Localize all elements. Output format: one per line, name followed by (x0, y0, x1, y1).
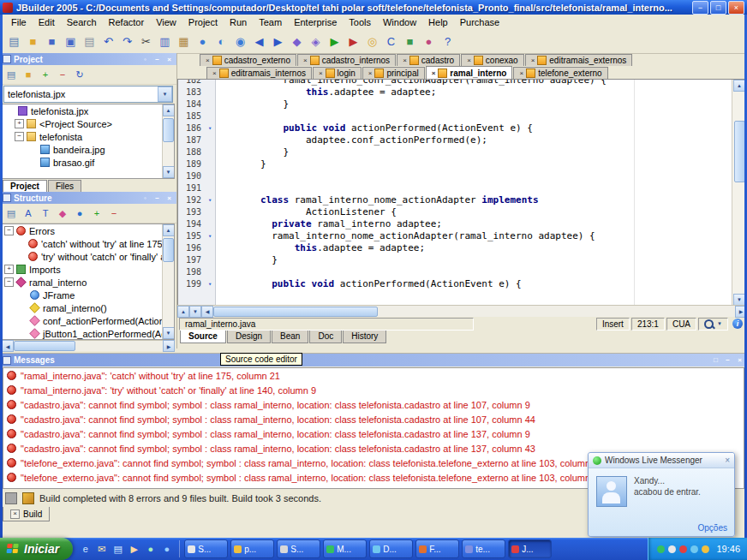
internet-explorer-icon[interactable]: e (79, 544, 92, 554)
fold-marker-icon[interactable] (205, 242, 215, 254)
build-error-row[interactable]: "cadastro.java": cannot find symbol; sym… (3, 412, 744, 426)
team-icon[interactable]: ● (420, 33, 438, 51)
project-tree-scrollbar[interactable]: ▲ ▼ (162, 104, 174, 178)
debug-icon[interactable]: ▶ (344, 33, 362, 51)
structure-tree-item[interactable]: conf_actionPerformed(ActionE... (3, 314, 174, 327)
tab-close-icon[interactable]: × (212, 69, 217, 77)
scroll-line-down-icon[interactable]: ▼ (189, 306, 201, 318)
tray-messenger-icon[interactable] (657, 545, 665, 553)
scroll-down-icon[interactable]: ▼ (733, 294, 745, 306)
msn-messenger-icon[interactable]: ● (144, 544, 157, 554)
scroll-thumb[interactable] (213, 307, 378, 317)
fold-marker-icon[interactable]: ▾ (205, 194, 215, 206)
scroll-down-icon[interactable]: ▼ (163, 327, 175, 339)
structure-close-icon[interactable]: × (164, 194, 174, 203)
structure-tree-item[interactable]: JFrame (3, 289, 174, 301)
scroll-up-icon[interactable]: ▲ (163, 224, 175, 236)
save-all-icon[interactable]: ▣ (62, 33, 80, 51)
build-tab-close-icon[interactable]: × (10, 509, 20, 519)
menu-item[interactable]: Run (224, 16, 253, 28)
media-player-icon[interactable]: ▶ (128, 544, 140, 555)
menu-item[interactable]: Team (253, 16, 288, 28)
info-icon[interactable]: i (732, 319, 743, 329)
menu-item[interactable]: Refactor (103, 16, 151, 28)
tree-expander-icon[interactable]: − (4, 226, 14, 235)
fold-marker-icon[interactable] (205, 86, 215, 98)
combo-dropdown-icon[interactable]: ▼ (158, 86, 172, 102)
add-files-icon[interactable]: + (38, 67, 53, 82)
tab-close-icon[interactable]: × (206, 57, 210, 64)
scroll-line-up-icon[interactable]: ▲ (177, 306, 189, 318)
project-panel-tab[interactable]: Files (48, 180, 81, 192)
editor-file-tab[interactable]: × telefone_externo (513, 67, 607, 79)
paste-icon[interactable]: ▦ (175, 33, 193, 51)
project-tree-item[interactable]: + <Project Source> (3, 117, 174, 130)
search-replace-icon[interactable]: ◐ (212, 33, 230, 51)
redo-icon[interactable]: ↷ (118, 33, 136, 51)
tab-close-icon[interactable]: × (531, 57, 535, 64)
restore-button[interactable]: □ (710, 1, 726, 15)
tab-close-icon[interactable]: × (403, 57, 407, 64)
build-error-row[interactable]: "cadastro.java": cannot find symbol; sym… (3, 426, 744, 441)
print-icon[interactable]: ▤ (81, 33, 99, 51)
enterprise-icon[interactable]: ■ (401, 33, 419, 51)
structure-pin-icon[interactable]: ◦ (140, 194, 150, 203)
taskbar-button-2[interactable]: p... (230, 539, 274, 558)
fold-marker-icon[interactable]: ▾ (205, 230, 215, 242)
fold-marker-icon[interactable] (205, 134, 215, 146)
tab-close-icon[interactable]: × (319, 69, 323, 77)
close-button[interactable]: × (728, 1, 744, 15)
scroll-thumb[interactable] (163, 118, 174, 142)
build-error-row[interactable]: "ramal_interno.java": 'catch' without 't… (3, 368, 744, 383)
back-icon[interactable]: ◀ (250, 33, 268, 51)
scroll-down-icon[interactable]: ▼ (163, 166, 175, 178)
structure-tree-item[interactable]: jButton1_actionPerformed(Acti... (3, 327, 174, 340)
menu-item[interactable]: View (150, 16, 182, 28)
editor-file-tab[interactable]: × ramal_interno (426, 66, 513, 79)
build-error-row[interactable]: "cadastro.java": cannot find symbol; sym… (3, 397, 744, 412)
tab-close-icon[interactable]: × (303, 57, 308, 64)
tab-close-icon[interactable]: × (432, 69, 436, 77)
scroll-thumb[interactable] (734, 121, 745, 182)
browser-icon[interactable]: ● (160, 544, 173, 554)
tree-expander-icon[interactable]: − (15, 132, 24, 141)
scroll-left-icon[interactable]: ◀ (2, 340, 14, 352)
build-error-row[interactable]: "ramal_interno.java": 'try' without 'cat… (3, 383, 744, 397)
editor-file-tab[interactable]: × cadastro (397, 54, 460, 66)
sort-type-icon[interactable]: T (38, 206, 53, 221)
menu-item[interactable]: File (5, 16, 33, 28)
fold-marker-icon[interactable] (205, 206, 215, 218)
fold-marker-icon[interactable] (205, 170, 215, 182)
structure-tree-item[interactable]: − Errors (3, 224, 174, 237)
editor-file-tab[interactable]: × cadastro_internos (297, 54, 396, 66)
project-tree-item[interactable]: − telefonista (3, 130, 174, 143)
open-project-icon[interactable]: ■ (21, 67, 36, 82)
structure-tree-scrollbar[interactable]: ▲ ▼ (162, 224, 174, 339)
fold-marker-icon[interactable]: ▾ (205, 278, 215, 290)
fold-marker-icon[interactable] (205, 266, 215, 278)
tray-antivirus-icon[interactable] (679, 545, 687, 553)
editor-file-tab[interactable]: × cadastro_externo (200, 54, 296, 66)
open-icon[interactable]: ■ (24, 33, 42, 51)
tree-expander-icon[interactable]: + (4, 265, 14, 274)
tab-close-icon[interactable]: × (467, 57, 471, 64)
project-combo[interactable]: telefonista.jpx ▼ (3, 86, 173, 103)
code-editor[interactable]: 182 ramal_interno_conf_actionAdapter(ram… (177, 79, 747, 307)
menu-item[interactable]: Purchase (454, 16, 505, 28)
editor-file-tab[interactable]: × conexao (461, 54, 523, 66)
menu-item[interactable]: Enterprise (288, 16, 343, 28)
project-panel-tab[interactable]: Project (3, 180, 47, 192)
forward-icon[interactable]: ▶ (269, 33, 287, 51)
structure-tree-item[interactable]: + Imports (3, 263, 174, 276)
messages-close-icon[interactable]: × (735, 355, 744, 365)
structure-settings-icon[interactable]: ▤ (3, 206, 19, 221)
structure-minimize-icon[interactable]: − (152, 194, 162, 203)
taskbar-button-7[interactable]: te... (462, 539, 505, 558)
tab-close-icon[interactable]: × (368, 69, 373, 77)
messages-minimize-icon[interactable]: − (723, 355, 732, 365)
stop-build-icon[interactable] (5, 492, 17, 504)
outlook-icon[interactable]: ✉ (95, 544, 108, 555)
project-minimize-icon[interactable]: − (152, 55, 162, 64)
structure-horizontal-scrollbar[interactable]: ◀ ▶ (2, 340, 175, 351)
taskbar-button-4[interactable]: M... (323, 539, 367, 558)
